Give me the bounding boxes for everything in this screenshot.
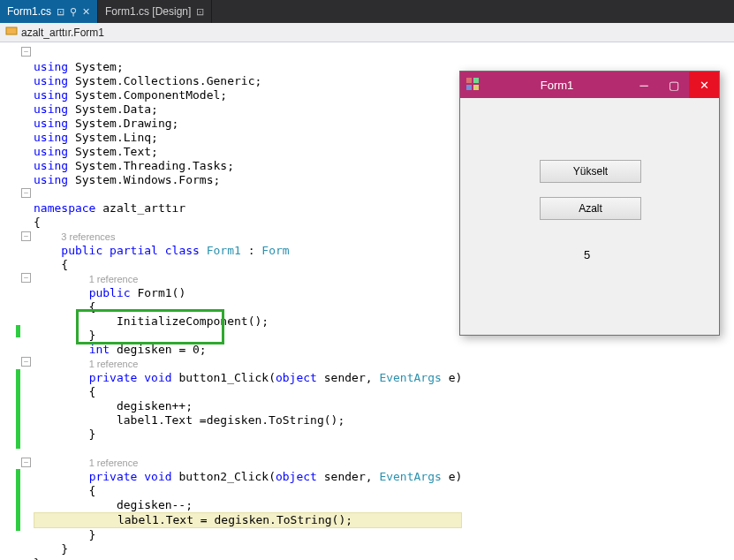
tab-label: Form1.cs bbox=[7, 5, 51, 18]
pin-icon[interactable]: ⊡ bbox=[196, 6, 204, 18]
window-title: Form1 bbox=[485, 79, 629, 92]
tab-bar: Form1.cs ⊡ ⚲ ✕ Form1.cs [Design] ⊡ bbox=[0, 0, 734, 23]
value-label: 5 bbox=[584, 248, 590, 261]
svg-rect-1 bbox=[466, 78, 472, 83]
yukselt-button[interactable]: Yükselt bbox=[540, 160, 641, 183]
change-marker bbox=[16, 469, 20, 531]
fold-icon[interactable]: − bbox=[21, 458, 31, 467]
code-area[interactable]: using System; using System.Collections.G… bbox=[34, 42, 462, 560]
tab-inactive[interactable]: Form1.cs [Design] ⊡ bbox=[98, 0, 212, 23]
form-client-area: Yükselt Azalt 5 bbox=[460, 98, 719, 335]
change-marker bbox=[16, 325, 20, 337]
thumbtack-icon[interactable]: ⚲ bbox=[70, 6, 77, 18]
fold-icon[interactable]: − bbox=[21, 273, 31, 283]
breadcrumb-text: azalt_arttır.Form1 bbox=[21, 26, 104, 39]
gutter: − − − − − − bbox=[0, 42, 34, 560]
close-icon[interactable]: ✕ bbox=[82, 6, 90, 18]
fold-icon[interactable]: − bbox=[21, 188, 31, 198]
tab-active[interactable]: Form1.cs ⊡ ⚲ ✕ bbox=[0, 0, 98, 23]
titlebar[interactable]: Form1 ─ ▢ ✕ bbox=[460, 72, 719, 98]
pin-icon[interactable]: ⊡ bbox=[57, 6, 64, 18]
fold-icon[interactable]: − bbox=[21, 231, 31, 241]
minimize-button[interactable]: ─ bbox=[629, 72, 659, 98]
fold-icon[interactable]: − bbox=[21, 47, 31, 57]
maximize-button[interactable]: ▢ bbox=[659, 72, 689, 98]
fold-icon[interactable]: − bbox=[21, 357, 31, 367]
close-button[interactable]: ✕ bbox=[689, 72, 719, 98]
azalt-button[interactable]: Azalt bbox=[540, 197, 641, 220]
tab-label: Form1.cs [Design] bbox=[105, 5, 191, 18]
svg-rect-4 bbox=[473, 85, 479, 90]
svg-rect-3 bbox=[466, 85, 472, 90]
change-marker bbox=[16, 369, 20, 449]
svg-rect-2 bbox=[473, 78, 479, 83]
app-icon bbox=[465, 77, 480, 94]
breadcrumb[interactable]: azalt_arttır.Form1 bbox=[0, 23, 734, 42]
class-icon bbox=[5, 25, 18, 40]
winform-window: Form1 ─ ▢ ✕ Yükselt Azalt 5 bbox=[459, 71, 720, 336]
svg-rect-0 bbox=[6, 27, 17, 34]
